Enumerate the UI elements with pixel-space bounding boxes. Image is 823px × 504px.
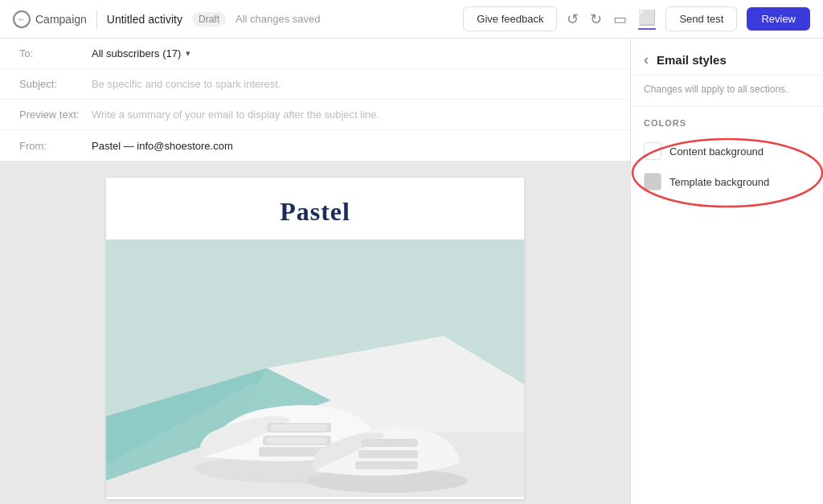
review-button[interactable]: Review (747, 7, 810, 31)
to-value: All subscribers (17) (92, 47, 181, 59)
content-background-row[interactable]: Content background (631, 136, 823, 166)
shoe-svg (106, 240, 524, 497)
from-value: Pastel — info@shoestore.com (92, 140, 233, 152)
email-header: Pastel (106, 178, 524, 240)
colors-section-label: COLORS (631, 107, 823, 136)
svg-rect-6 (271, 424, 327, 431)
feedback-button[interactable]: Give feedback (463, 6, 557, 31)
saved-status: All changes saved (235, 13, 321, 25)
svg-rect-12 (358, 450, 418, 458)
to-field[interactable]: To: All subscribers (17) ▾ (0, 39, 630, 69)
back-icon: ← (13, 10, 31, 28)
main-area: To: All subscribers (17) ▾ Subject: Be s… (0, 39, 823, 504)
panel-header: ‹ Email styles (631, 39, 823, 76)
panel-content: COLORS Content background Template backg… (631, 107, 823, 197)
chevron-down-icon: ▾ (186, 48, 190, 59)
preview-label: Preview text: (19, 109, 92, 121)
panel-title: Email styles (657, 53, 727, 67)
campaign-label: Campaign (35, 13, 87, 26)
from-label: From: (19, 140, 92, 152)
desktop-view-icon[interactable]: ⬜ (638, 9, 656, 30)
draft-badge: Draft (192, 12, 226, 27)
from-field[interactable]: From: Pastel — info@shoestore.com (0, 130, 630, 161)
template-background-swatch[interactable] (644, 173, 661, 191)
panel-subtitle: Changes will apply to all sections. (631, 76, 823, 107)
email-canvas: Pastel (0, 162, 630, 504)
subject-field[interactable]: Subject: Be specific and concise to spar… (0, 69, 630, 100)
to-label: To: (19, 47, 92, 59)
subject-placeholder: Be specific and concise to spark interes… (92, 78, 281, 90)
template-background-label: Template background (669, 176, 769, 188)
preview-text-field[interactable]: Preview text: Write a summary of your em… (0, 100, 630, 130)
send-test-button[interactable]: Send test (665, 6, 737, 31)
mobile-view-icon[interactable]: ▭ (613, 10, 627, 28)
divider (96, 10, 97, 29)
email-hero-image (106, 240, 524, 497)
content-background-swatch[interactable] (644, 142, 661, 160)
email-fields: To: All subscribers (17) ▾ Subject: Be s… (0, 39, 630, 162)
right-panel: ‹ Email styles Changes will apply to all… (630, 39, 823, 504)
campaign-button[interactable]: ← Campaign (13, 10, 87, 28)
back-button[interactable]: ‹ (644, 51, 649, 68)
redo-icon[interactable]: ↻ (590, 10, 602, 28)
subject-label: Subject: (19, 78, 92, 90)
undo-icon[interactable]: ↺ (567, 10, 579, 28)
content-background-label: Content background (669, 145, 764, 158)
brand-name: Pastel (106, 197, 524, 227)
svg-rect-13 (355, 461, 418, 469)
topbar: ← Campaign Untitled activity Draft All c… (0, 0, 823, 39)
to-value-container[interactable]: All subscribers (17) ▾ (92, 47, 190, 59)
svg-rect-8 (267, 437, 327, 444)
toolbar-icons: ↺ ↻ ▭ ⬜ (567, 9, 656, 30)
svg-rect-11 (362, 439, 418, 447)
template-background-row[interactable]: Template background (631, 166, 823, 197)
email-preview: Pastel (106, 178, 524, 499)
preview-placeholder: Write a summary of your email to display… (92, 109, 379, 121)
editor-area: To: All subscribers (17) ▾ Subject: Be s… (0, 39, 630, 504)
activity-title: Untitled activity (107, 13, 182, 26)
